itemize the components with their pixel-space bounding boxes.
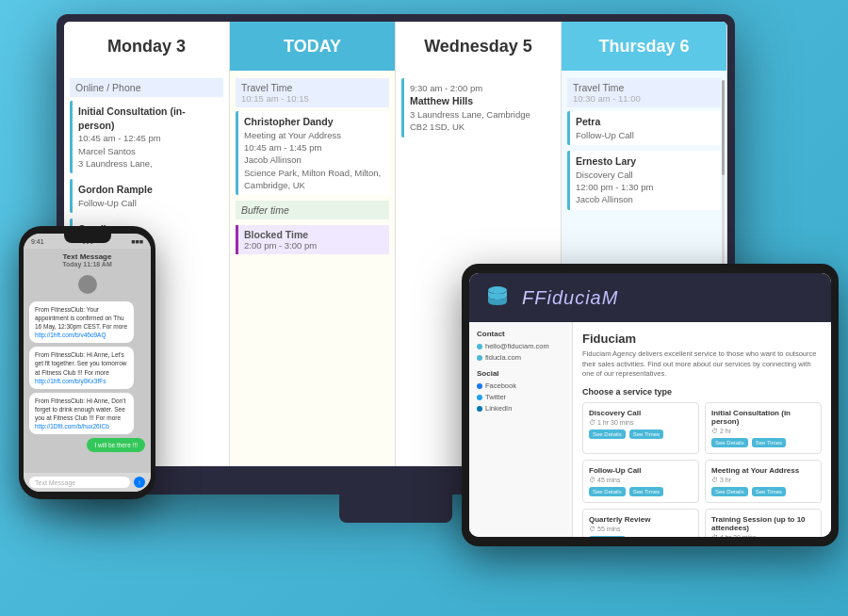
monday-event-1-time: 10:45 am - 12:45 pm xyxy=(78,132,218,144)
monday-event-2-subtitle: Follow-Up Call xyxy=(78,197,218,209)
cal-col-today: Travel Time 10:15 am - 10:15 Christopher… xyxy=(230,71,396,466)
thursday-event-2[interactable]: Ernesto Lary Discovery Call 12:00 pm - 1… xyxy=(567,151,721,210)
messages-list: From FitnessClub: Your appointment is co… xyxy=(24,298,151,473)
service-1-duration: ⏱ 2 hr xyxy=(711,428,815,434)
company-name: Fiduciam xyxy=(582,332,822,346)
service-0-name: Discovery Call xyxy=(589,409,693,417)
today-event-1[interactable]: Christopher Dandy Meeting at Your Addres… xyxy=(236,111,389,195)
sidebar-facebook[interactable]: Facebook xyxy=(477,381,564,390)
twitter-icon xyxy=(477,395,482,400)
service-1-buttons: See Details See Times xyxy=(711,438,815,447)
service-4-buttons: See Details xyxy=(589,536,693,538)
sidebar-website[interactable]: fiducia.com xyxy=(477,353,564,362)
monday-event-1-person: Marcel Santos xyxy=(78,145,218,157)
thursday-event-1-person: Petra xyxy=(576,115,715,129)
svg-point-0 xyxy=(488,286,507,294)
service-1-see-times[interactable]: See Times xyxy=(752,438,786,447)
col-header-thursday[interactable]: Thursday 6 xyxy=(562,22,727,71)
avatar xyxy=(78,275,97,294)
service-0-see-details[interactable]: See Details xyxy=(589,430,626,439)
sidebar-email[interactable]: hello@fiduciam.com xyxy=(477,342,564,350)
linkedin-icon xyxy=(477,406,482,412)
service-3-buttons: See Details See Times xyxy=(711,487,815,496)
services-grid: Discovery Call ⏱ 1 hr 30 mins See Detail… xyxy=(582,402,822,538)
thursday-event-2-title: Discovery Call xyxy=(576,169,715,181)
service-3-name: Meeting at Your Address xyxy=(711,466,815,475)
service-0-see-times[interactable]: See Times xyxy=(629,430,663,439)
tablet-sidebar: Contact hello@fiduciam.com fiducia.com S… xyxy=(469,322,573,537)
message-2: From FitnessClub: Hi Anne, Let's get fit… xyxy=(29,347,134,388)
service-meeting-address: Meeting at Your Address ⏱ 3 hr See Detai… xyxy=(705,460,822,503)
website-icon xyxy=(477,355,482,361)
sidebar-linkedin[interactable]: LinkedIn xyxy=(477,404,564,413)
clock-icon-4: ⏱ xyxy=(589,526,595,532)
thursday-event-2-time: 12:00 pm - 1:30 pm xyxy=(576,181,715,193)
monday-event-2[interactable]: Gordon Rample Follow-Up Call xyxy=(70,179,223,213)
service-3-duration: ⏱ 3 hr xyxy=(711,477,815,483)
service-3-see-details[interactable]: See Details xyxy=(711,487,748,496)
service-2-duration: ⏱ 45 mins xyxy=(589,477,693,483)
email-icon xyxy=(477,344,482,349)
clock-icon-3: ⏱ xyxy=(711,477,718,483)
phone-notch xyxy=(64,234,111,243)
service-1-name: Initial Consultation (in person) xyxy=(711,409,815,426)
today-event-1-person: Christopher Dandy xyxy=(244,115,383,129)
msg-3-text: From FitnessClub: Hi Anne, Don't forget … xyxy=(35,397,125,430)
wednesday-event-1[interactable]: 9:30 am - 2:00 pm Matthew Hills 3 Laundr… xyxy=(401,78,555,138)
message-reply: I will be there !!! xyxy=(87,438,145,452)
send-button[interactable]: ↑ xyxy=(134,477,145,488)
clock-icon-0: ⏱ xyxy=(589,419,595,426)
service-4-name: Quarterly Review xyxy=(589,515,693,524)
today-event-buffer: Buffer time xyxy=(236,201,389,219)
message-input[interactable]: Text Message xyxy=(29,477,130,488)
col-header-today[interactable]: TODAY xyxy=(230,22,396,71)
today-event-1-title: Meeting at Your Address xyxy=(244,129,383,141)
clock-icon-2: ⏱ xyxy=(589,477,595,483)
scroll-thumb[interactable] xyxy=(722,80,725,175)
msg-2-text: From FitnessClub: Hi Anne, Let's get fit… xyxy=(35,351,127,383)
facebook-icon xyxy=(477,383,482,389)
monday-event-1-title: Initial Consultation (in-person) xyxy=(78,105,218,132)
monday-event-2-title: Gordon Rample xyxy=(78,183,218,197)
today-event-blocked: Blocked Time 2:00 pm - 3:00 pm xyxy=(236,225,389,254)
brand-logo-icon xyxy=(482,283,513,313)
sidebar-twitter[interactable]: Twitter xyxy=(477,393,564,401)
msg-1-text: From FitnessClub: Your appointment is co… xyxy=(35,306,127,338)
message-3: From FitnessClub: Hi Anne, Don't forget … xyxy=(29,393,134,434)
phone-body: 9:41 ●●● ■■■ Text Message Today 11:18 AM… xyxy=(19,226,155,499)
company-description: Fiduciam Agency delivers excellent servi… xyxy=(582,349,822,380)
phone-subheader: Today 11:18 AM xyxy=(31,261,143,267)
service-discovery-call: Discovery Call ⏱ 1 hr 30 mins See Detail… xyxy=(582,402,699,454)
service-4-see-details[interactable]: See Details xyxy=(589,536,626,538)
service-1-see-details[interactable]: See Details xyxy=(711,438,748,447)
service-quarterly-review: Quarterly Review ⏱ 55 mins See Details xyxy=(582,509,699,538)
calendar-header: Monday 3 TODAY Wednesday 5 Thursday 6 xyxy=(64,22,727,71)
service-0-duration: ⏱ 1 hr 30 mins xyxy=(589,419,693,426)
wednesday-event-1-time: 9:30 am - 2:00 pm xyxy=(410,82,549,94)
monday-event-1[interactable]: Initial Consultation (in-person) 10:45 a… xyxy=(70,101,223,173)
col-header-monday[interactable]: Monday 3 xyxy=(64,22,230,71)
service-2-buttons: See Details See Times xyxy=(589,487,693,496)
today-event-1-location: Science Park, Milton Road, Milton, Cambr… xyxy=(244,167,383,192)
thursday-event-1[interactable]: Petra Follow-Up Call xyxy=(567,111,721,145)
wednesday-event-1-person: Matthew Hills xyxy=(410,94,549,108)
service-5-name: Training Session (up to 10 attendees) xyxy=(711,515,815,532)
sidebar-contact-section: Contact hello@fiduciam.com fiducia.com xyxy=(477,330,564,362)
phone-time: 9:41 xyxy=(31,238,44,245)
sidebar-social-section: Social Facebook Twitter LinkedIn xyxy=(477,369,564,413)
tablet-main: Fiduciam Fiduciam Agency delivers excell… xyxy=(573,322,831,537)
service-2-see-times[interactable]: See Times xyxy=(629,487,663,496)
brand-name: FFiduciaM xyxy=(522,287,618,309)
database-icon xyxy=(482,283,513,313)
service-2-see-details[interactable]: See Details xyxy=(589,487,626,496)
col-header-wednesday[interactable]: Wednesday 5 xyxy=(396,22,562,71)
today-event-travel: Travel Time 10:15 am - 10:15 xyxy=(236,78,389,107)
service-follow-up-call: Follow-Up Call ⏱ 45 mins See Details See… xyxy=(582,460,699,503)
service-2-name: Follow-Up Call xyxy=(589,466,693,475)
today-event-1-person2: Jacob Allinson xyxy=(244,154,383,166)
service-0-buttons: See Details See Times xyxy=(589,430,693,439)
monitor-stand xyxy=(339,490,452,523)
service-3-see-times[interactable]: See Times xyxy=(752,487,786,496)
today-event-1-time: 10:45 am - 1:45 pm xyxy=(244,141,383,154)
clock-icon-1: ⏱ xyxy=(711,428,718,434)
